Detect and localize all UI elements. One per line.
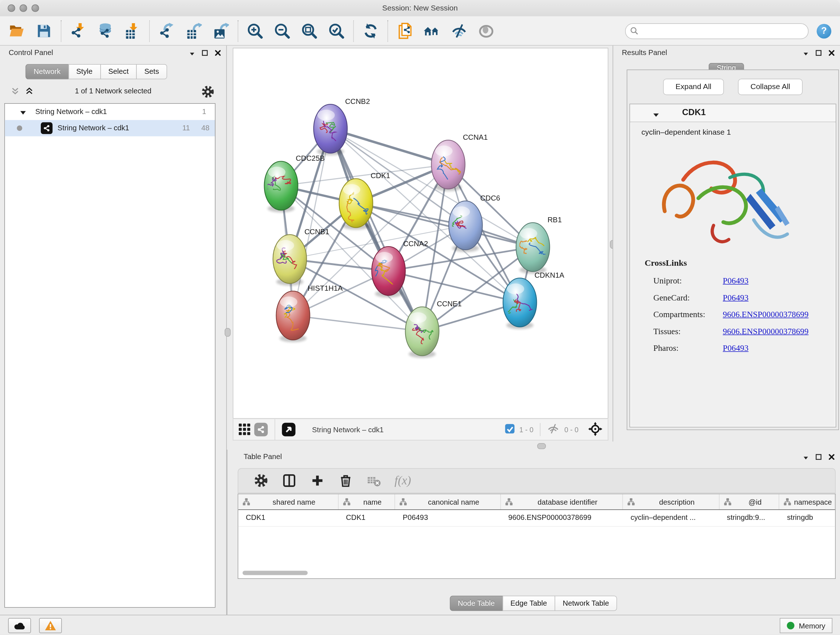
crosslink-label: Tissues: <box>645 326 723 336</box>
crosslink-label: Pharos: <box>645 343 723 353</box>
warning-status-button[interactable] <box>39 618 62 633</box>
column-header-database-identifier[interactable]: database identifier <box>501 494 623 509</box>
results-panel-title: Results Panel <box>622 49 667 57</box>
zoom-fit-icon[interactable] <box>300 21 319 40</box>
protein-structure-image <box>655 146 801 257</box>
column-header-namespace[interactable]: namespace <box>779 494 835 509</box>
horizontal-splitter[interactable] <box>227 442 840 450</box>
column-header-shared-name[interactable]: shared name <box>238 494 339 509</box>
panel-close-icon[interactable] <box>215 50 221 58</box>
table-cell[interactable]: cyclin–dependent ... <box>623 510 719 526</box>
help-icon[interactable]: ? <box>817 24 832 39</box>
tab-select[interactable]: Select <box>100 64 137 79</box>
column-header--id[interactable]: @id <box>719 494 779 509</box>
network-node[interactable]: CDKN1A <box>503 271 565 329</box>
gene-section-header[interactable]: CDK1 <box>630 104 836 122</box>
column-header-canonical-name[interactable]: canonical name <box>395 494 501 509</box>
search-input[interactable] <box>642 25 802 38</box>
selected-counts: 1 - 0 <box>519 425 533 434</box>
zoom-out-icon[interactable] <box>273 21 292 40</box>
memory-button[interactable]: Memory <box>780 618 832 633</box>
table-settings-gear-icon[interactable] <box>254 473 269 488</box>
refresh-icon[interactable] <box>362 21 380 40</box>
panel-menu-icon[interactable] <box>189 50 195 58</box>
table-cell[interactable]: CDK1 <box>338 510 395 526</box>
network-edge[interactable] <box>331 129 423 332</box>
crosslink-link[interactable]: 9606.ENSP00000378699 <box>723 326 808 336</box>
crosslink-link[interactable]: P06493 <box>723 293 748 302</box>
panel-close-icon[interactable] <box>829 454 835 462</box>
panel-float-icon[interactable] <box>202 50 208 58</box>
fit-target-icon[interactable] <box>588 422 602 438</box>
panel-float-icon[interactable] <box>816 50 822 58</box>
grid-view-icon[interactable] <box>237 421 253 438</box>
add-column-icon[interactable] <box>310 473 325 488</box>
table-cell[interactable]: stringdb <box>779 510 835 526</box>
hidden-eye-icon[interactable] <box>547 423 560 437</box>
memory-label: Memory <box>799 622 825 630</box>
panel-menu-icon[interactable] <box>803 50 808 58</box>
zoom-in-icon[interactable] <box>246 21 264 40</box>
tab-network-table[interactable]: Network Table <box>554 596 617 611</box>
tab-sets[interactable]: Sets <box>136 64 167 79</box>
selected-checkbox-icon[interactable] <box>505 424 515 435</box>
tab-edge-table[interactable]: Edge Table <box>502 596 555 611</box>
table-cell[interactable]: stringdb:9... <box>719 510 779 526</box>
function-builder-icon[interactable]: f(x) <box>395 473 411 488</box>
panel-float-icon[interactable] <box>816 454 822 462</box>
zoom-selected-icon[interactable] <box>327 21 346 40</box>
table-cell[interactable]: CDK1 <box>238 510 339 526</box>
gene-section: CDK1 cyclin–dependent kinase 1 <box>630 104 836 428</box>
table-cell[interactable]: 9606.ENSP00000378699 <box>501 510 623 526</box>
network-edge[interactable] <box>331 129 448 165</box>
column-header-description[interactable]: description <box>623 494 719 509</box>
crosslink-link[interactable]: 9606.ENSP00000378699 <box>723 309 808 318</box>
cloud-status-button[interactable] <box>8 618 31 633</box>
delete-table-icon[interactable] <box>366 473 382 488</box>
import-database-icon[interactable] <box>96 21 115 40</box>
tab-network[interactable]: Network <box>26 64 69 79</box>
import-table-icon[interactable] <box>123 21 142 40</box>
network-options-gear-icon[interactable] <box>202 86 215 100</box>
export-image-icon[interactable] <box>212 21 230 40</box>
share-document-icon[interactable] <box>396 21 414 40</box>
tab-node-table[interactable]: Node Table <box>450 596 503 611</box>
panel-menu-icon[interactable] <box>803 454 808 462</box>
birdseye-view-icon[interactable] <box>281 421 297 438</box>
crosslink-link[interactable]: P06493 <box>723 276 748 285</box>
delete-column-icon[interactable] <box>338 473 354 488</box>
horizontal-splitter-handle[interactable] <box>537 443 546 449</box>
export-network-icon[interactable] <box>157 21 176 40</box>
panel-close-icon[interactable] <box>829 50 835 58</box>
node-table: shared namenamecanonical namedatabase id… <box>238 494 836 579</box>
export-table-icon[interactable] <box>185 21 203 40</box>
network-node[interactable]: CCNA1 <box>431 133 488 192</box>
crosslink-link[interactable]: P06493 <box>723 343 748 352</box>
homes-icon[interactable] <box>423 21 441 40</box>
network-node[interactable]: RB1 <box>516 216 562 274</box>
collection-expand-icon[interactable] <box>20 105 27 121</box>
network-tree-row[interactable]: String Network – cdk1 1 <box>5 104 215 120</box>
tab-style[interactable]: Style <box>68 64 101 79</box>
collapse-gene-icon[interactable] <box>653 111 660 119</box>
column-header-name[interactable]: name <box>338 494 395 509</box>
network-canvas[interactable]: CCNB2 CCNA1 CDC25B CDK1 CDC6 RB1 CCNB1 <box>233 48 608 419</box>
network-tree-row[interactable]: String Network – cdk1 11 48 <box>5 120 215 136</box>
table-horizontal-scrollbar[interactable] <box>243 571 308 575</box>
open-session-icon[interactable] <box>8 21 26 40</box>
collapse-all-button[interactable]: Collapse All <box>738 79 803 95</box>
table-row[interactable]: CDK1CDK1P064939606.ENSP00000378699cyclin… <box>238 510 835 527</box>
table-cell[interactable]: P06493 <box>395 510 501 526</box>
network-badge-icon[interactable] <box>253 421 269 438</box>
show-columns-icon[interactable] <box>282 473 297 488</box>
network-node[interactable]: CDK1 <box>339 172 390 230</box>
import-network-icon[interactable] <box>69 21 88 40</box>
left-splitter-handle[interactable] <box>225 328 231 337</box>
expand-all-button[interactable]: Expand All <box>663 79 724 95</box>
save-session-icon[interactable] <box>35 21 53 40</box>
network-node[interactable]: HIST1H1A <box>276 284 343 342</box>
network-node[interactable]: CCNB1 <box>273 228 330 286</box>
network-edge[interactable] <box>293 316 422 332</box>
hide-panel-icon[interactable] <box>450 21 469 40</box>
eye-icon[interactable] <box>477 21 496 40</box>
